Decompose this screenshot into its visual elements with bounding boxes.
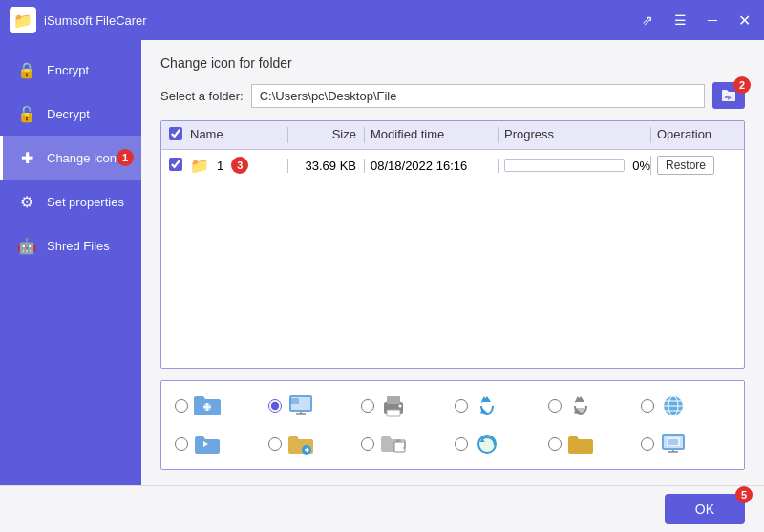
- title-bar-controls: ⇗ ☰ ─ ✕: [638, 10, 754, 32]
- sidebar-item-change-icon[interactable]: ✚ Change icon 1: [0, 136, 141, 180]
- content-area: Change icon for folder Select a folder: …: [141, 40, 764, 485]
- icon-radio-7[interactable]: [175, 437, 188, 451]
- icon-option-4[interactable]: [455, 391, 544, 421]
- icon-picker: [160, 380, 745, 470]
- svg-rect-8: [577, 408, 584, 413]
- folder-network-icon: [192, 391, 223, 421]
- header-operation: Operation: [650, 127, 736, 143]
- folder-arrow-icon: [286, 429, 316, 459]
- desktop-icon: [658, 429, 689, 459]
- sidebar-item-shred-files[interactable]: 🤖 Shred Files: [0, 223, 141, 267]
- row-operation-cell: Restore: [650, 156, 736, 175]
- browse-btn-wrapper: 2: [712, 82, 745, 109]
- svg-rect-20: [668, 439, 678, 445]
- folder-copy-icon: [378, 429, 409, 459]
- header-modified: Modified time: [364, 127, 498, 143]
- folder-path-input[interactable]: [251, 84, 705, 108]
- recycle-full-icon: [565, 391, 596, 421]
- folder-share-icon: [192, 429, 223, 459]
- ok-badge: 5: [735, 486, 753, 503]
- icon-radio-12[interactable]: [641, 437, 654, 451]
- recycle-icon: [472, 391, 502, 421]
- icon-option-6[interactable]: [641, 391, 731, 421]
- progress-cell: 0%: [504, 159, 650, 173]
- icon-radio-2[interactable]: [268, 399, 282, 413]
- icon-radio-8[interactable]: [268, 437, 282, 451]
- restore-button[interactable]: Restore: [657, 156, 714, 175]
- menu-button[interactable]: ☰: [670, 11, 690, 30]
- unlock-icon: 🔓: [16, 103, 37, 124]
- header-progress: Progress: [498, 127, 650, 143]
- svg-rect-3: [290, 398, 299, 404]
- icon-radio-3[interactable]: [361, 399, 374, 413]
- row-check-cell: [169, 158, 190, 174]
- icon-option-12[interactable]: [641, 429, 731, 459]
- sidebar-item-decrypt[interactable]: 🔓 Decrypt: [0, 92, 141, 136]
- select-all-checkbox[interactable]: [169, 127, 182, 140]
- main-layout: 🔒 Encrypt 🔓 Decrypt ✚ Change icon 1 ⚙ Se…: [0, 40, 764, 485]
- icon-option-8[interactable]: [268, 429, 358, 459]
- icon-option-5[interactable]: [548, 391, 638, 421]
- sidebar-item-label: Shred Files: [47, 239, 110, 253]
- app-icon: 📁: [10, 7, 36, 33]
- sidebar-item-label: Set properties: [47, 195, 124, 209]
- earth-icon: [658, 391, 689, 421]
- sidebar-item-label: Change icon: [47, 151, 117, 165]
- share-button[interactable]: ⇗: [638, 11, 657, 30]
- close-button[interactable]: ✕: [734, 10, 754, 32]
- sidebar-item-set-properties[interactable]: ⚙ Set properties: [0, 180, 141, 223]
- title-bar: 📁 iSumsoft FileCarer ⇗ ☰ ─ ✕: [0, 0, 764, 40]
- gear-icon: ⚙: [16, 191, 37, 212]
- icon-option-7[interactable]: [175, 429, 265, 459]
- icon-radio-10[interactable]: [455, 437, 468, 451]
- row-modified-cell: 08/18/2022 16:16: [364, 159, 498, 173]
- refresh-icon: [472, 429, 502, 459]
- progress-text: 0%: [632, 159, 650, 173]
- table-header: Name Size Modified time Progress Operati…: [161, 121, 744, 150]
- file-table: Name Size Modified time Progress Operati…: [160, 120, 745, 369]
- minimize-button[interactable]: ─: [704, 11, 721, 30]
- header-check: [169, 127, 190, 143]
- browse-badge: 2: [733, 76, 751, 94]
- sidebar-item-label: Encrypt: [47, 63, 89, 77]
- sidebar-item-encrypt[interactable]: 🔒 Encrypt: [0, 48, 141, 92]
- table-row: 📁 1 3 33.69 KB 08/18/2022 16:16 0%: [161, 150, 744, 181]
- icon-radio-9[interactable]: [361, 437, 374, 451]
- row-size-cell: 33.69 KB: [287, 159, 364, 173]
- folder-selector: Select a folder: 2: [160, 82, 745, 109]
- icon-option-9[interactable]: [361, 429, 451, 459]
- progress-bar-container: [504, 159, 625, 172]
- svg-point-7: [399, 405, 402, 408]
- ok-label: OK: [695, 501, 714, 517]
- icon-radio-1[interactable]: [175, 399, 188, 413]
- icon-radio-6[interactable]: [641, 399, 654, 413]
- header-name: Name: [190, 127, 287, 143]
- icon-radio-4[interactable]: [455, 399, 468, 413]
- file-name: 1: [217, 159, 223, 173]
- app-title: iSumsoft FileCarer: [44, 13, 147, 28]
- svg-rect-5: [387, 396, 400, 404]
- plus-icon: ✚: [16, 147, 37, 168]
- change-icon-badge: 1: [117, 149, 134, 166]
- icon-radio-5[interactable]: [548, 399, 562, 413]
- svg-rect-15: [394, 442, 405, 452]
- folder-icon: 📁: [190, 157, 209, 175]
- content-title: Change icon for folder: [160, 55, 745, 71]
- icon-radio-11[interactable]: [548, 437, 562, 451]
- icon-option-2[interactable]: [268, 391, 358, 421]
- ok-button[interactable]: OK 5: [665, 494, 745, 524]
- icon-option-3[interactable]: [361, 391, 451, 421]
- icon-option-11[interactable]: [548, 429, 638, 459]
- lock-icon: 🔒: [16, 59, 37, 80]
- header-size: Size: [287, 127, 364, 143]
- folder-selector-label: Select a folder:: [160, 89, 244, 103]
- sidebar: 🔒 Encrypt 🔓 Decrypt ✚ Change icon 1 ⚙ Se…: [0, 40, 141, 485]
- row-checkbox[interactable]: [169, 158, 182, 171]
- folder-yellow-icon: [565, 429, 596, 459]
- icon-option-1[interactable]: [175, 391, 265, 421]
- row-name-cell: 📁 1 3: [190, 157, 287, 175]
- svg-rect-6: [387, 410, 400, 416]
- printer-icon: [378, 391, 409, 421]
- table-body: 📁 1 3 33.69 KB 08/18/2022 16:16 0%: [161, 150, 744, 368]
- icon-option-10[interactable]: [455, 429, 544, 459]
